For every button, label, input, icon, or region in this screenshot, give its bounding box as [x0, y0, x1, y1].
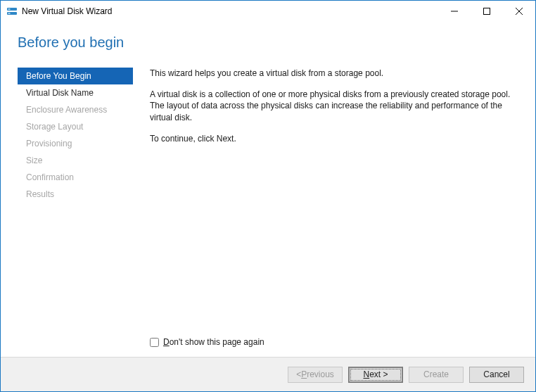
- wizard-steps-nav: Before You BeginVirtual Disk NameEnclosu…: [18, 68, 133, 357]
- wizard-step-virtual-disk-name[interactable]: Virtual Disk Name: [18, 84, 133, 101]
- content-paragraph: To continue, click Next.: [150, 133, 518, 144]
- window-title: New Virtual Disk Wizard: [22, 6, 438, 16]
- dont-show-again-checkbox[interactable]: [150, 338, 159, 347]
- wizard-step-results: Results: [18, 186, 133, 203]
- storage-pool-icon: [6, 6, 18, 17]
- dont-show-again-row: Don't show this page again: [150, 337, 518, 357]
- page-header: Before you begin: [1, 22, 535, 68]
- svg-rect-2: [8, 8, 11, 10]
- next-button[interactable]: Next >: [348, 367, 403, 383]
- wizard-step-enclosure-awareness: Enclosure Awareness: [18, 101, 133, 118]
- wizard-step-provisioning: Provisioning: [18, 135, 133, 152]
- cancel-button[interactable]: Cancel: [469, 367, 524, 383]
- content-paragraph: This wizard helps you create a virtual d…: [150, 68, 518, 79]
- window-controls: [438, 1, 535, 22]
- maximize-button[interactable]: [471, 1, 503, 22]
- wizard-footer: < Previous Next > Create Cancel: [1, 357, 535, 391]
- wizard-step-size: Size: [18, 152, 133, 169]
- svg-rect-5: [484, 8, 490, 15]
- wizard-step-before-you-begin[interactable]: Before You Begin: [18, 68, 133, 84]
- close-button[interactable]: [503, 1, 535, 22]
- dont-show-again-label[interactable]: Don't show this page again: [163, 337, 264, 347]
- minimize-button[interactable]: [438, 1, 471, 22]
- wizard-step-confirmation: Confirmation: [18, 169, 133, 186]
- wizard-window: New Virtual Disk Wizard Before you begin…: [0, 0, 536, 392]
- create-button: Create: [409, 367, 464, 383]
- wizard-content: This wizard helps you create a virtual d…: [133, 68, 518, 357]
- wizard-body: Before You BeginVirtual Disk NameEnclosu…: [1, 68, 535, 357]
- previous-button: < Previous: [288, 367, 343, 383]
- page-title: Before you begin: [18, 34, 535, 51]
- wizard-step-storage-layout: Storage Layout: [18, 118, 133, 135]
- svg-rect-3: [8, 13, 11, 14]
- titlebar: New Virtual Disk Wizard: [1, 1, 535, 22]
- content-paragraph: A virtual disk is a collection of one or…: [150, 89, 518, 123]
